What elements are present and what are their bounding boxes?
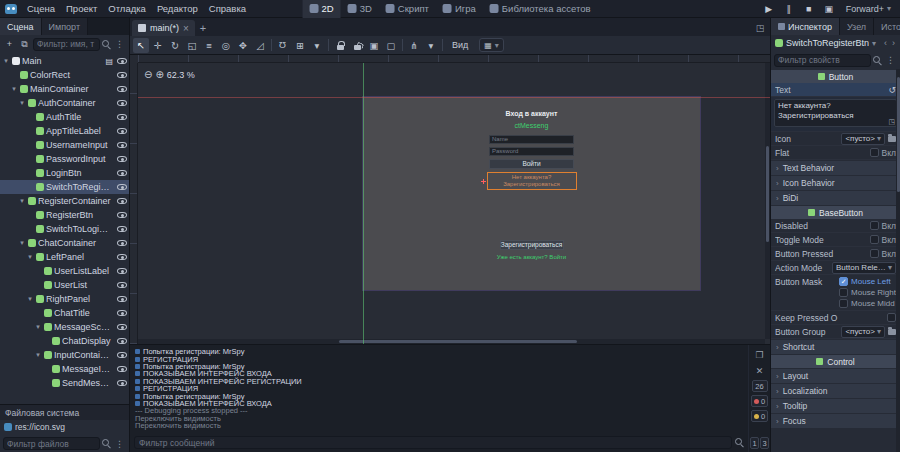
tab-node[interactable]: Узел: [840, 18, 874, 35]
console-filter-input[interactable]: [134, 436, 732, 449]
pivot-tool[interactable]: ◎: [218, 38, 234, 53]
move-tool[interactable]: ✛: [150, 38, 166, 53]
category-control[interactable]: Control: [771, 355, 900, 368]
visibility-eye-icon[interactable]: [117, 226, 127, 232]
tree-node-ColorRect[interactable]: ColorRect: [0, 68, 129, 82]
filesystem-header[interactable]: Файловая система: [0, 405, 129, 420]
inspector-menu-kebab[interactable]: ⋮: [884, 55, 897, 65]
filter-count-badge-b[interactable]: 3: [760, 437, 769, 449]
history-forward-icon[interactable]: ›: [891, 38, 896, 48]
property-disabled[interactable]: Disabled Вкл: [771, 219, 900, 233]
property-group-layout[interactable]: ›Layout: [771, 369, 900, 383]
tree-node-ChatDisplay[interactable]: ChatDisplay: [0, 334, 129, 348]
scale-tool[interactable]: ◱: [184, 38, 200, 53]
mask-checkbox[interactable]: [839, 299, 848, 308]
tree-node-RegisterContainer[interactable]: ▾RegisterContainer: [0, 194, 129, 208]
group-button[interactable]: ▣: [366, 38, 382, 53]
inspector-scrollbar[interactable]: [896, 69, 900, 452]
pause-button[interactable]: ∥: [782, 4, 796, 14]
property-action-mode[interactable]: Action Mode Button Releas▾: [771, 261, 900, 275]
visibility-eye-icon[interactable]: [117, 324, 127, 330]
expand-arrow-icon[interactable]: ▾: [2, 57, 10, 65]
tab-scene[interactable]: Сцена: [0, 18, 42, 35]
property-icon[interactable]: Icon <пусто>▾: [771, 132, 900, 146]
menu-scene[interactable]: Сцена: [22, 2, 60, 15]
expand-arrow-icon[interactable]: ▾: [26, 295, 34, 303]
tree-node-PasswordInput[interactable]: PasswordInput: [0, 152, 129, 166]
category-basebutton[interactable]: BaseButton: [771, 206, 900, 219]
tree-node-LoginBtn[interactable]: LoginBtn: [0, 166, 129, 180]
file-item[interactable]: res://icon.svg: [0, 420, 129, 434]
visibility-eye-icon[interactable]: [117, 114, 127, 120]
viewport-horizontal-scrollbar[interactable]: [138, 339, 765, 344]
workspace-assetlib[interactable]: Библиотека ассетов: [483, 0, 598, 18]
tree-node-RightPanel[interactable]: ▾RightPanel: [0, 292, 129, 306]
tab-inspector[interactable]: Инспектор: [771, 18, 840, 35]
expand-text-icon[interactable]: ◳: [888, 118, 895, 126]
visibility-eye-icon[interactable]: [117, 380, 127, 386]
script-icon[interactable]: ▤: [105, 57, 113, 66]
expand-arrow-icon[interactable]: ▾: [34, 351, 42, 359]
visibility-eye-icon[interactable]: [117, 198, 127, 204]
scene-tab-main[interactable]: main(*) ×: [132, 20, 195, 36]
visibility-eye-icon[interactable]: [117, 268, 127, 274]
visibility-eye-icon[interactable]: [117, 142, 127, 148]
tree-node-AppTitleLabel[interactable]: AppTitleLabel: [0, 124, 129, 138]
property-group-bidi[interactable]: ›BiDi: [771, 191, 900, 205]
property-keep-pressed[interactable]: Keep Pressed O: [771, 311, 900, 325]
category-button[interactable]: Button: [771, 70, 900, 83]
tree-node-UserListLabel[interactable]: UserListLabel: [0, 264, 129, 278]
view-mode-dropdown[interactable]: ▦▾: [479, 38, 504, 52]
expand-arrow-icon[interactable]: ▾: [10, 85, 18, 93]
flat-checkbox[interactable]: [870, 148, 879, 157]
tree-node-AuthContainer[interactable]: ▾AuthContainer: [0, 96, 129, 110]
selected-switch-to-register-button[interactable]: Нет аккаунта? Зарегистрироваться: [487, 172, 577, 190]
workspace-3d[interactable]: 3D: [341, 0, 379, 18]
ruler-tool[interactable]: ◿: [252, 38, 268, 53]
visibility-eye-icon[interactable]: [117, 310, 127, 316]
stop-button[interactable]: ■: [802, 4, 816, 14]
scene-filter-input[interactable]: [33, 38, 100, 51]
tree-node-ChatTitle[interactable]: ChatTitle: [0, 306, 129, 320]
tab-history[interactable]: История: [874, 18, 900, 35]
tree-node-MessageInput[interactable]: MessageInput: [0, 362, 129, 376]
2d-viewport[interactable]: Вход в аккаунт ctMesseng Name Password В…: [130, 55, 770, 344]
workspace-game[interactable]: Игра: [436, 0, 483, 18]
file-filter-input[interactable]: [3, 437, 100, 450]
property-group-icon-behavior[interactable]: ›Icon Behavior: [771, 176, 900, 190]
snap-options-dropdown[interactable]: ▾: [309, 38, 325, 53]
close-tab-icon[interactable]: ×: [183, 23, 189, 34]
visibility-eye-icon[interactable]: [117, 240, 127, 246]
revert-property-icon[interactable]: ↺: [888, 85, 896, 95]
property-group-shortcut[interactable]: ›Shortcut: [771, 340, 900, 354]
folder-icon[interactable]: [888, 329, 896, 335]
add-node-button[interactable]: +: [3, 38, 16, 51]
filesystem-menu-kebab[interactable]: ⋮: [113, 439, 126, 449]
property-group-focus[interactable]: ›Focus: [771, 414, 900, 428]
expand-arrow-icon[interactable]: ▾: [18, 99, 26, 107]
warnings-count-badge[interactable]: 0: [751, 410, 768, 422]
play-button[interactable]: ▶: [762, 4, 776, 14]
action-mode-dropdown[interactable]: Button Releas▾: [832, 262, 896, 274]
visibility-eye-icon[interactable]: [117, 352, 127, 358]
visibility-eye-icon[interactable]: [117, 254, 127, 260]
tree-node-InputContainer[interactable]: ▾InputContainer: [0, 348, 129, 362]
keep-pressed-checkbox[interactable]: [887, 313, 896, 322]
history-back-icon[interactable]: ‹: [883, 38, 888, 48]
errors-count-badge[interactable]: 0: [751, 395, 768, 407]
tree-node-ChatContainer[interactable]: ▾ChatContainer: [0, 236, 129, 250]
tree-node-MessageScroll[interactable]: ▾MessageScroll: [0, 320, 129, 334]
clear-output-button[interactable]: ✕: [753, 364, 767, 377]
tree-node-AuthTitle[interactable]: AuthTitle: [0, 110, 129, 124]
visibility-eye-icon[interactable]: [117, 72, 127, 78]
mask-option-mouse-midd[interactable]: Mouse Midd: [839, 299, 896, 308]
grid-snap-toggle[interactable]: ⊞: [292, 38, 308, 53]
instance-scene-button[interactable]: ⧉: [18, 38, 31, 51]
ungroup-button[interactable]: ▢: [383, 38, 399, 53]
tree-node-SendMessageBtn[interactable]: SendMessageBtn: [0, 376, 129, 390]
rotate-tool[interactable]: ↻: [167, 38, 183, 53]
workspace-script[interactable]: Скрипт: [379, 0, 436, 18]
property-flat[interactable]: Flat Вкл: [771, 146, 900, 160]
disabled-checkbox[interactable]: [870, 221, 879, 230]
select-tool[interactable]: ↖: [133, 38, 149, 53]
